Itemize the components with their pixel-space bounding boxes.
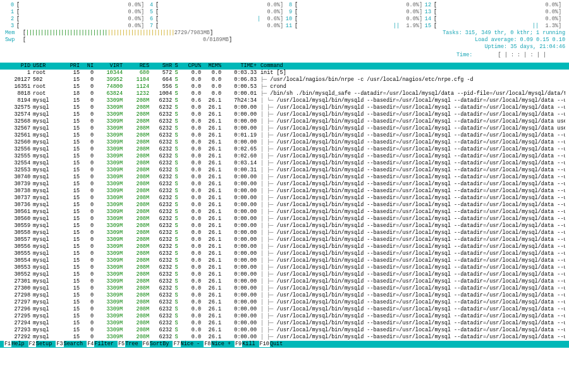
- cpu-meter-9: 9[0.0%]: [283, 9, 422, 16]
- fn-F7[interactable]: F7Nice -: [173, 341, 204, 348]
- process-row[interactable]: 27294mysql1503309M208M6232S0.026.10:00.0…: [4, 320, 565, 327]
- uptime-line: Uptime: 35 days, 21:04:46: [484, 44, 565, 51]
- process-row[interactable]: 32568mysql1503309M208M6232S0.026.10:00.0…: [4, 118, 565, 125]
- cpu-meter-1: 1[0.0%]: [5, 9, 144, 16]
- fn-F1[interactable]: F1Help: [4, 341, 28, 348]
- header-meters: 0[0.0%]4[0.0%]8[0.0%]12[0.0%]1[0.0%]5[0.…: [0, 0, 569, 63]
- process-row[interactable]: 30740mysql1503309M208M6232S0.026.10:00.0…: [4, 174, 565, 181]
- process-row[interactable]: 30555mysql1503309M208M6232S0.026.10:00.0…: [4, 250, 565, 257]
- fn-F10[interactable]: F10Quit: [259, 341, 287, 348]
- process-row[interactable]: 27301mysql1503309M208M6232S0.026.10:00.0…: [4, 278, 565, 285]
- fn-F3[interactable]: F3Search: [56, 341, 87, 348]
- process-row[interactable]: 27296mysql1503309M208M6232S0.026.10:00.0…: [4, 306, 565, 313]
- hdr-s[interactable]: S: [172, 63, 181, 70]
- hdr-time[interactable]: TIME+: [221, 63, 257, 70]
- process-row[interactable]: 30736mysql1503309M208M6232S0.026.10:00.0…: [4, 202, 565, 209]
- hdr-ni[interactable]: NI: [80, 63, 94, 70]
- process-row[interactable]: 30559mysql1503309M208M6232S0.026.10:00.0…: [4, 223, 565, 230]
- fn-F9[interactable]: F9Kill: [235, 341, 259, 348]
- process-row[interactable]: 32567mysql1503309M208M6232S0.026.10:00.0…: [4, 125, 565, 132]
- process-row[interactable]: 32554mysql1503309M208M6232S0.026.10:03.1…: [4, 160, 565, 167]
- process-row[interactable]: 32555mysql1503309M208M6232S0.026.10:02.6…: [4, 153, 565, 160]
- cpu-meter-13: 13[0.0%]: [422, 9, 561, 16]
- process-row[interactable]: 8018root1806382412321004S0.00.00:00.01├─…: [4, 90, 565, 97]
- column-headers[interactable]: PID USER PRI NI VIRT RES SHR S CPU% MEM%…: [0, 63, 569, 70]
- cpu-meter-4: 4[0.0%]: [144, 2, 283, 9]
- cpu-meter-8: 8[0.0%]: [283, 2, 422, 9]
- process-row[interactable]: 16351root150748001124556S0.00.00:00.53├─…: [4, 83, 565, 90]
- time-meter: Time: [ | : : | : | |: [5, 51, 565, 61]
- hdr-res[interactable]: RES: [123, 63, 149, 70]
- tasks-line: Tasks: 315, 349 thr, 0 kthr; 1 running: [443, 30, 565, 37]
- load-line: Load average: 0.09 0.15 0.10: [475, 37, 565, 44]
- cpu-meter-7: 7[0.0%]: [144, 23, 283, 30]
- function-bar[interactable]: F1HelpF2SetupF3SearchF4FilterF5TreeF6Sor…: [0, 341, 569, 348]
- hdr-pid[interactable]: PID: [4, 63, 30, 70]
- cpu-meter-15: 15[||1.3%]: [422, 23, 561, 30]
- process-row[interactable]: 32556mysql1503309M208M6232S0.026.10:02.6…: [4, 146, 565, 153]
- hdr-cpu[interactable]: CPU%: [181, 63, 201, 70]
- process-row[interactable]: 27298mysql1503309M208M6232S0.026.10:00.0…: [4, 292, 565, 299]
- swp-meter: Swp [ 0/8189MB] Load average: 0.09 0.15 …: [5, 37, 565, 44]
- fn-F5[interactable]: F5Tree: [118, 341, 142, 348]
- process-row[interactable]: 30739mysql1503309M208M6232S0.026.10:00.0…: [4, 181, 565, 188]
- process-row[interactable]: 30553mysql1503309M208M6232S0.026.10:00.0…: [4, 264, 565, 271]
- cpu-meter-12: 12[0.0%]: [422, 2, 561, 9]
- process-row[interactable]: 30738mysql1503309M208M6232S0.026.10:00.0…: [4, 188, 565, 195]
- fn-F8[interactable]: F8Nice +: [204, 341, 235, 348]
- fn-F2[interactable]: F2Setup: [28, 341, 56, 348]
- hdr-shr[interactable]: SHR: [149, 63, 172, 70]
- hdr-user[interactable]: USER: [30, 63, 63, 70]
- process-row[interactable]: 27297mysql1503309M208M6232S0.026.10:00.0…: [4, 299, 565, 306]
- process-row[interactable]: 30558mysql1503309M208M6232S0.026.10:00.0…: [4, 230, 565, 236]
- process-row[interactable]: 30737mysql1503309M208M6232S0.026.10:00.0…: [4, 195, 565, 202]
- process-row[interactable]: 27300mysql1503309M208M6232S0.026.10:00.0…: [4, 285, 565, 292]
- cpu-meter-6: 6[|0.6%]: [144, 16, 283, 23]
- process-row[interactable]: 30556mysql1503309M208M6232S0.026.10:00.0…: [4, 243, 565, 250]
- cpu-meter-14: 14[0.0%]: [422, 16, 561, 23]
- process-row[interactable]: 30554mysql1503309M208M6232S0.026.10:00.0…: [4, 257, 565, 264]
- cpu-meter-11: 11[||1.9%]: [283, 23, 422, 30]
- process-row[interactable]: 30560mysql1503309M208M6232S0.026.10:00.0…: [4, 216, 565, 223]
- hdr-cmd[interactable]: Command: [257, 63, 565, 70]
- process-row[interactable]: 32553mysql1503309M208M6232S0.026.10:00.3…: [4, 167, 565, 174]
- cpu-meter-2: 2[0.0%]: [5, 16, 144, 23]
- process-list[interactable]: 1root15010344680572S0.00.00:03.33init [5…: [0, 70, 569, 341]
- process-row[interactable]: 32561mysql1503309M208M6232S0.026.10:01.1…: [4, 132, 565, 139]
- fn-F4[interactable]: F4Filter: [87, 341, 118, 348]
- process-row[interactable]: 32560mysql1503309M208M6232S0.026.10:00.0…: [4, 139, 565, 146]
- hdr-pri[interactable]: PRI: [63, 63, 80, 70]
- cpu-meter-3: 3[0.0%]: [5, 23, 144, 30]
- process-row[interactable]: 27292mysql1503309M208M6232S0.026.10:00.0…: [4, 334, 565, 341]
- mem-meter: Mem [ ||||||||||||||||||||||||||||||||||…: [5, 30, 565, 37]
- process-row[interactable]: 30557mysql1503309M208M6232S0.026.10:00.0…: [4, 236, 565, 243]
- process-row[interactable]: 32575mysql1503309M208M6232S0.026.10:00.0…: [4, 104, 565, 111]
- process-row[interactable]: 8194mysql1503309M208M6232S0.626.17h24:34…: [4, 97, 565, 104]
- cpu-meter-0: 0[0.0%]: [5, 2, 144, 9]
- hdr-virt[interactable]: VIRT: [94, 63, 123, 70]
- process-row[interactable]: 32574mysql1503309M208M6232S0.026.10:00.0…: [4, 111, 565, 118]
- process-row[interactable]: 30561mysql1503309M208M6232S0.026.10:00.0…: [4, 209, 565, 216]
- cpu-meter-10: 10[0.0%]: [283, 16, 422, 23]
- process-row[interactable]: 27293mysql1503309M208M6232S0.026.10:00.0…: [4, 327, 565, 334]
- fn-F6[interactable]: F6SortBy: [142, 341, 173, 348]
- process-row[interactable]: 27295mysql1503309M208M6232S0.026.10:00.0…: [4, 313, 565, 320]
- process-row[interactable]: 30552mysql1503309M208M6232S0.026.10:00.0…: [4, 271, 565, 278]
- process-row[interactable]: 20127502150399521104664S0.00.00:06.83├─ …: [4, 77, 565, 83]
- hdr-mem[interactable]: MEM%: [201, 63, 221, 70]
- cpu-meter-5: 5[0.0%]: [144, 9, 283, 16]
- process-row[interactable]: 1root15010344680572S0.00.00:03.33init [5…: [4, 70, 565, 77]
